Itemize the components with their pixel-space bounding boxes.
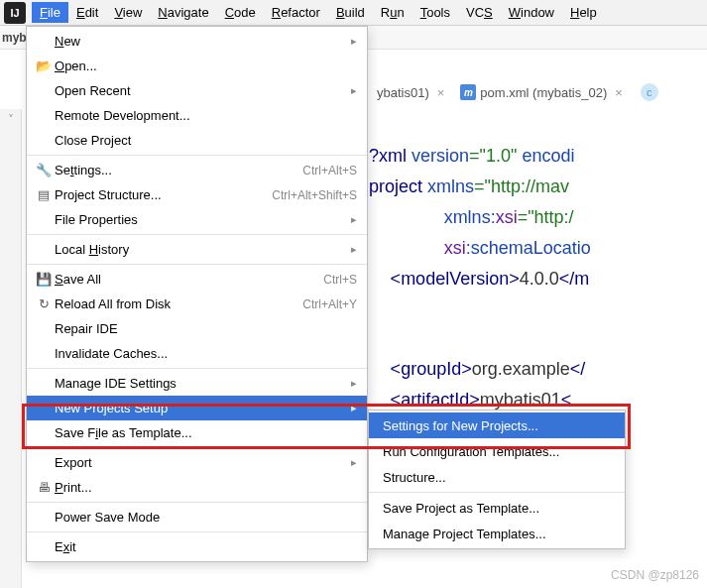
editor-tab-left[interactable]: ybatis01) × bbox=[369, 81, 452, 104]
menu-separator bbox=[27, 502, 367, 503]
menu-separator bbox=[27, 368, 367, 369]
tab-overflow-badge[interactable]: c bbox=[641, 83, 658, 101]
menu-separator bbox=[369, 492, 625, 493]
editor-tab-right[interactable]: m pom.xml (mybatis_02) × bbox=[452, 80, 630, 104]
menu-item-close-project[interactable]: Close Project bbox=[27, 128, 367, 153]
print-icon: 🖶 bbox=[33, 480, 55, 495]
menu-item-local-history[interactable]: Local History ▸ bbox=[27, 237, 367, 262]
close-icon[interactable]: × bbox=[615, 85, 623, 100]
close-icon[interactable]: × bbox=[437, 85, 445, 100]
reload-icon: ↻ bbox=[33, 296, 55, 311]
submenu-item-settings-new-projects[interactable]: Settings for New Projects... bbox=[369, 412, 625, 438]
left-gutter: ˅ bbox=[0, 109, 22, 588]
menu-separator bbox=[27, 155, 367, 156]
folder-open-icon: 📂 bbox=[33, 59, 55, 73]
project-name-fragment: myb bbox=[2, 31, 27, 45]
submenu-item-manage-project-templates[interactable]: Manage Project Templates... bbox=[369, 521, 625, 546]
chevron-right-icon: ▸ bbox=[351, 243, 357, 256]
submenu-item-save-project-template[interactable]: Save Project as Template... bbox=[369, 495, 625, 521]
new-projects-setup-submenu: Settings for New Projects... Run Configu… bbox=[368, 410, 626, 549]
tab-label-fragment: ybatis01) bbox=[377, 85, 429, 100]
menu-item-print[interactable]: 🖶 Print... bbox=[27, 475, 367, 500]
menu-separator bbox=[27, 234, 367, 235]
chevron-right-icon: ▸ bbox=[351, 84, 357, 97]
menubar: IJ File Edit View Navigate Code Refactor… bbox=[0, 0, 707, 26]
menu-separator bbox=[27, 264, 367, 265]
menubar-item-code[interactable]: Code bbox=[217, 2, 264, 23]
maven-file-icon: m bbox=[460, 84, 476, 100]
menu-item-file-properties[interactable]: File Properties ▸ bbox=[27, 207, 367, 232]
watermark-text: CSDN @zp8126 bbox=[611, 568, 699, 582]
menubar-item-tools[interactable]: Tools bbox=[412, 2, 458, 23]
xml-decl: ?xml bbox=[369, 146, 412, 166]
menu-item-export[interactable]: Export ▸ bbox=[27, 450, 367, 475]
structure-icon: ▤ bbox=[33, 187, 55, 202]
save-icon: 💾 bbox=[33, 272, 55, 287]
gutter-chevron-icon[interactable]: ˅ bbox=[0, 113, 21, 127]
chevron-right-icon: ▸ bbox=[351, 377, 357, 390]
menu-item-open[interactable]: 📂 Open... bbox=[27, 54, 367, 78]
menubar-item-build[interactable]: Build bbox=[328, 2, 373, 23]
menubar-item-run[interactable]: Run bbox=[373, 2, 412, 23]
menu-item-repair-ide[interactable]: Repair IDE bbox=[27, 316, 367, 341]
menu-item-exit[interactable]: Exit bbox=[27, 534, 367, 559]
menu-separator bbox=[27, 531, 367, 532]
app-logo-icon: IJ bbox=[4, 2, 26, 24]
menu-item-invalidate-caches[interactable]: Invalidate Caches... bbox=[27, 341, 367, 366]
file-menu-dropdown: New ▸ 📂 Open... Open Recent ▸ Remote Dev… bbox=[26, 26, 368, 562]
menu-item-remote-dev[interactable]: Remote Development... bbox=[27, 103, 367, 128]
menubar-item-edit[interactable]: Edit bbox=[68, 2, 106, 23]
wrench-icon: 🔧 bbox=[33, 163, 55, 177]
menu-separator bbox=[27, 447, 367, 448]
submenu-item-structure[interactable]: Structure... bbox=[369, 464, 625, 490]
menu-item-settings[interactable]: 🔧 Settings... Ctrl+Alt+S bbox=[27, 158, 367, 182]
menu-item-save-all[interactable]: 💾 Save All Ctrl+S bbox=[27, 267, 367, 292]
menu-item-power-save[interactable]: Power Save Mode bbox=[27, 505, 367, 529]
chevron-right-icon: ▸ bbox=[351, 213, 357, 226]
chevron-right-icon: ▸ bbox=[351, 35, 357, 48]
menubar-item-help[interactable]: Help bbox=[562, 2, 605, 23]
menu-item-save-file-template[interactable]: Save File as Template... bbox=[27, 420, 367, 445]
chevron-right-icon: ▸ bbox=[351, 402, 357, 414]
menubar-item-vcs[interactable]: VCS bbox=[458, 2, 501, 23]
chevron-right-icon: ▸ bbox=[351, 456, 357, 469]
editor-tabs: ybatis01) × m pom.xml (mybatis_02) × c bbox=[369, 77, 658, 107]
submenu-item-run-config-templates[interactable]: Run Configuration Templates... bbox=[369, 438, 625, 464]
menu-item-manage-ide-settings[interactable]: Manage IDE Settings ▸ bbox=[27, 371, 367, 396]
menu-item-new[interactable]: New ▸ bbox=[27, 29, 367, 54]
menubar-item-view[interactable]: View bbox=[106, 2, 150, 23]
menu-item-project-structure[interactable]: ▤ Project Structure... Ctrl+Alt+Shift+S bbox=[27, 182, 367, 207]
menubar-item-file[interactable]: File bbox=[32, 2, 68, 23]
menubar-item-refactor[interactable]: Refactor bbox=[264, 2, 328, 23]
menu-item-open-recent[interactable]: Open Recent ▸ bbox=[27, 78, 367, 103]
xml-tag: project bbox=[369, 176, 427, 196]
menu-item-new-projects-setup[interactable]: New Projects Setup ▸ bbox=[27, 396, 367, 420]
tab-label: pom.xml (mybatis_02) bbox=[480, 85, 607, 100]
menubar-item-window[interactable]: Window bbox=[501, 2, 562, 23]
menu-item-reload-disk[interactable]: ↻ Reload All from Disk Ctrl+Alt+Y bbox=[27, 292, 367, 316]
menubar-item-navigate[interactable]: Navigate bbox=[150, 2, 216, 23]
